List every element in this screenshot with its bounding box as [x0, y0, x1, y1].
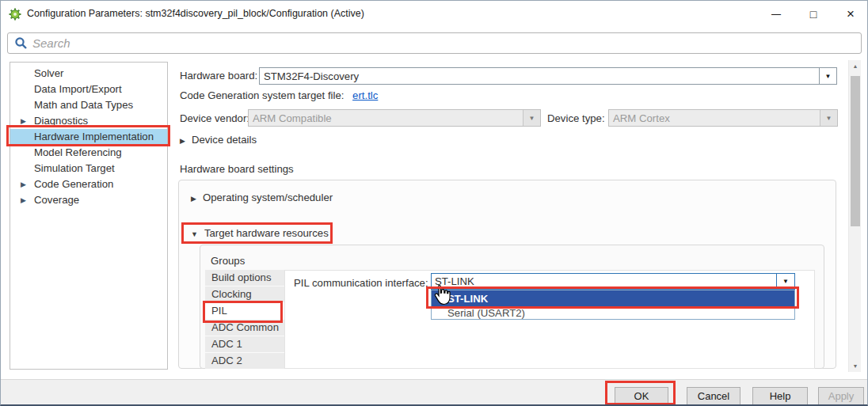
sidebar-item-math-and-data-types[interactable]: Math and Data Types	[10, 97, 167, 113]
footer-bar: OK Cancel Help Apply	[1, 379, 867, 405]
chevron-right-icon: ▶	[191, 195, 196, 203]
ert-tlc-link[interactable]: ert.tlc	[352, 89, 378, 101]
chevron-right-icon[interactable]: ▶	[21, 192, 32, 208]
window-controls: — □ ×	[763, 1, 864, 27]
hand-pointer-cursor	[432, 283, 452, 307]
hardware-board-label: Hardware board:	[180, 70, 257, 82]
sidebar-item-coverage[interactable]: ▶Coverage	[10, 192, 167, 208]
pil-interface-dropdown-list: ST-LINK Serial (USART2)	[431, 290, 795, 320]
scrollbar-thumb[interactable]	[851, 76, 860, 226]
apply-button: Apply	[818, 387, 864, 405]
chevron-right-icon[interactable]: ▶	[21, 176, 32, 192]
chevron-down-icon[interactable]: ▼	[819, 68, 836, 84]
device-type-label: Device type:	[547, 112, 605, 124]
device-type-select: ARM Cortex ▼	[608, 109, 838, 127]
simulink-config-gear-icon	[9, 8, 21, 21]
pil-communication-interface-label: PIL communication interface:	[294, 277, 428, 289]
sidebar-item-simulation-target[interactable]: Simulation Target	[10, 161, 167, 176]
sidebar-item-data-import-export[interactable]: Data Import/Export	[10, 82, 167, 97]
chevron-right-icon[interactable]: ▶	[21, 113, 32, 129]
device-vendor-label: Device vendor:	[180, 112, 249, 124]
scroll-down-icon[interactable]: ▼	[849, 360, 862, 372]
search-icon	[14, 36, 28, 50]
target-file-label: Code Generation system target file:	[180, 89, 344, 101]
operating-system-scheduler-toggle[interactable]: ▶Operating system/scheduler	[191, 192, 333, 203]
chevron-down-icon[interactable]: ▼	[776, 274, 794, 289]
sidebar-item-code-generation[interactable]: ▶Code Generation	[10, 176, 167, 192]
minimize-icon[interactable]: —	[763, 1, 790, 27]
group-item-adc-2[interactable]: ADC 2	[205, 353, 284, 369]
chevron-right-icon: ▶	[180, 137, 185, 145]
maximize-icon[interactable]: □	[800, 1, 827, 27]
device-vendor-select: ARM Compatible ▼	[248, 109, 541, 127]
cancel-button[interactable]: Cancel	[687, 387, 740, 405]
window-title: Configuration Parameters: stm32f4discove…	[27, 1, 364, 27]
ok-button[interactable]: OK	[615, 387, 668, 405]
scroll-up-icon[interactable]: ▲	[849, 60, 862, 72]
search-placeholder: Search	[32, 36, 70, 50]
help-button[interactable]: Help	[752, 387, 808, 405]
dropdown-option-serial-usart2[interactable]: Serial (USART2)	[432, 307, 794, 319]
groups-list: Build options Clocking PIL ADC Common AD…	[205, 270, 284, 370]
config-tree-sidebar: Solver Data Import/Export Math and Data …	[10, 62, 168, 370]
search-input[interactable]: Search	[7, 32, 862, 54]
chevron-down-icon: ▼	[191, 230, 198, 238]
group-item-clocking[interactable]: Clocking	[205, 286, 284, 302]
sidebar-item-model-referencing[interactable]: Model Referencing	[10, 145, 167, 161]
dropdown-option-st-link[interactable]: ST-LINK	[432, 290, 794, 307]
chevron-down-icon: ▼	[820, 110, 837, 126]
group-item-pil[interactable]: PIL	[205, 303, 284, 319]
target-file-row: Code Generation system target file: ert.…	[180, 89, 378, 101]
vertical-scrollbar[interactable]: ▲ ▼	[848, 60, 861, 372]
configuration-parameters-dialog: Configuration Parameters: stm32f4discove…	[0, 0, 868, 406]
title-bar: Configuration Parameters: stm32f4discove…	[1, 1, 867, 27]
sidebar-item-hardware-implementation[interactable]: Hardware Implementation	[10, 129, 167, 145]
group-item-build-options[interactable]: Build options	[205, 270, 284, 286]
close-icon[interactable]: ×	[837, 1, 864, 27]
hardware-board-settings-label: Hardware board settings	[180, 163, 294, 175]
group-item-adc-common[interactable]: ADC Common	[205, 320, 284, 336]
group-item-adc-1[interactable]: ADC 1	[205, 336, 284, 352]
hardware-board-select[interactable]: STM32F4-Discovery ▼	[259, 67, 837, 85]
sidebar-item-diagnostics[interactable]: ▶Diagnostics	[10, 113, 167, 129]
device-details-toggle[interactable]: ▶Device details	[180, 134, 257, 146]
groups-label: Groups	[211, 255, 245, 267]
chevron-down-icon: ▼	[523, 110, 540, 126]
pil-communication-interface-select[interactable]: ST-LINK ▼	[431, 273, 795, 290]
sidebar-item-solver[interactable]: Solver	[10, 66, 167, 82]
target-hardware-resources-toggle[interactable]: ▼Target hardware resources	[191, 227, 329, 239]
